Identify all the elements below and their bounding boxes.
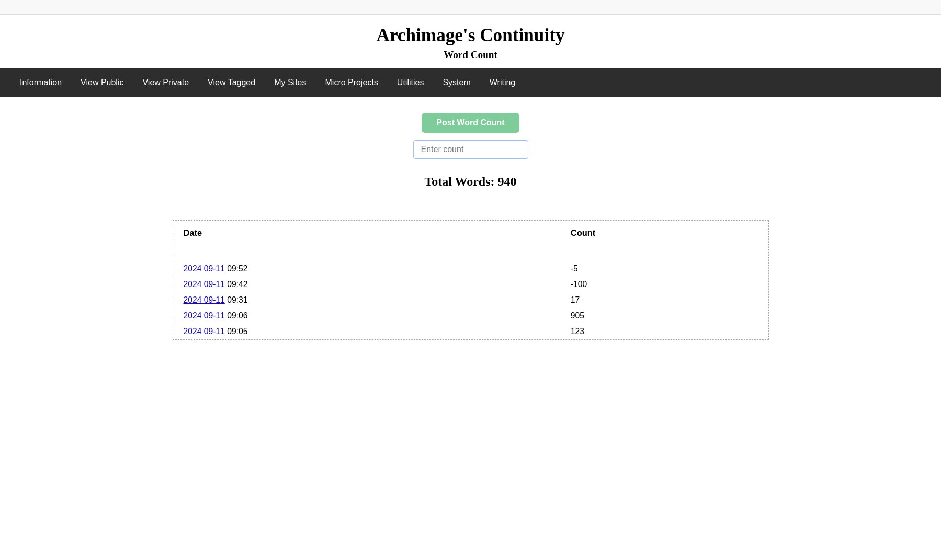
date-time: 09:06 <box>225 311 248 320</box>
count-cell: 123 <box>560 324 768 339</box>
count-cell: -100 <box>560 277 768 292</box>
date-cell: 2024 09-11 09:42 <box>173 277 560 292</box>
date-column-header: Date <box>173 221 560 243</box>
page-subtitle: Word Count <box>0 49 941 68</box>
table-row: 2024 09-11 09:3117 <box>173 292 768 308</box>
nav-item-view-private[interactable]: View Private <box>133 68 198 97</box>
date-link[interactable]: 2024 09-11 <box>184 280 225 289</box>
date-time: 09:52 <box>225 264 248 273</box>
data-table: Date Count 2024 09-11 09:52-52024 09-11 … <box>173 221 768 339</box>
nav-item-my-sites[interactable]: My Sites <box>265 68 315 97</box>
date-cell: 2024 09-11 09:06 <box>173 308 560 324</box>
table-row: 2024 09-11 09:06905 <box>173 308 768 324</box>
form-area: Post Word Count <box>115 113 826 159</box>
date-time: 09:42 <box>225 280 248 289</box>
date-cell: 2024 09-11 09:31 <box>173 292 560 308</box>
nav-item-utilities[interactable]: Utilities <box>388 68 434 97</box>
top-bar <box>0 0 941 15</box>
nav-item-view-tagged[interactable]: View Tagged <box>198 68 265 97</box>
data-table-wrapper: Date Count 2024 09-11 09:52-52024 09-11 … <box>173 220 769 340</box>
post-word-count-button[interactable]: Post Word Count <box>422 113 519 133</box>
nav-item-view-public[interactable]: View Public <box>71 68 133 97</box>
nav-item-micro-projects[interactable]: Micro Projects <box>316 68 388 97</box>
count-cell: 17 <box>560 292 768 308</box>
table-row: 2024 09-11 09:42-100 <box>173 277 768 292</box>
date-time: 09:05 <box>225 327 248 336</box>
date-link[interactable]: 2024 09-11 <box>184 311 225 320</box>
nav-item-information[interactable]: Information <box>10 68 71 97</box>
main-content: Post Word Count Total Words: 940 Date Co… <box>105 97 837 356</box>
count-cell: -5 <box>560 261 768 277</box>
nav-item-system[interactable]: System <box>433 68 480 97</box>
table-row: 2024 09-11 09:52-5 <box>173 261 768 277</box>
date-cell: 2024 09-11 09:05 <box>173 324 560 339</box>
table-row: 2024 09-11 09:05123 <box>173 324 768 339</box>
total-words: Total Words: 940 <box>115 175 826 189</box>
count-input[interactable] <box>413 140 528 159</box>
nav-bar: InformationView PublicView PrivateView T… <box>0 68 941 97</box>
nav-item-writing[interactable]: Writing <box>480 68 525 97</box>
date-time: 09:31 <box>225 295 248 304</box>
date-cell: 2024 09-11 09:52 <box>173 261 560 277</box>
date-link[interactable]: 2024 09-11 <box>184 327 225 336</box>
count-cell: 905 <box>560 308 768 324</box>
date-link[interactable]: 2024 09-11 <box>184 264 225 273</box>
date-link[interactable]: 2024 09-11 <box>184 295 225 304</box>
site-title: Archimage's Continuity <box>0 15 941 49</box>
count-column-header: Count <box>560 221 768 243</box>
